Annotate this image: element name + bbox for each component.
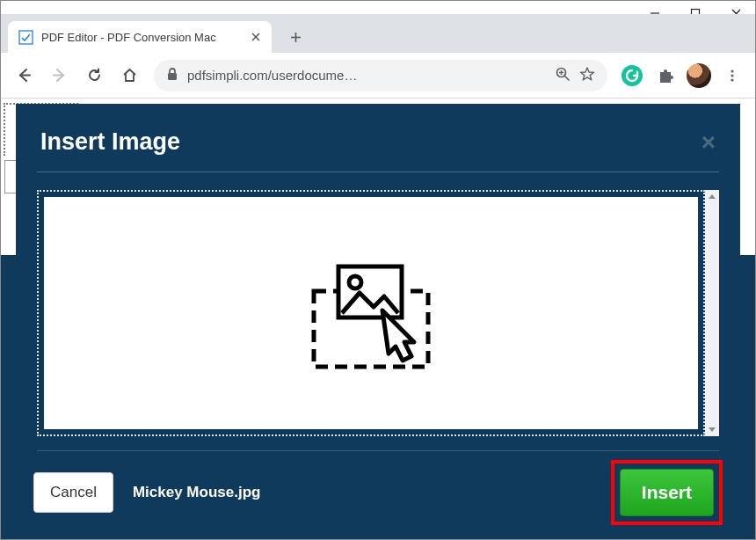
home-button[interactable] bbox=[113, 60, 145, 91]
modal-footer: Cancel Mickey Mouse.jpg Insert bbox=[16, 451, 740, 539]
scroll-thumb[interactable] bbox=[705, 204, 719, 422]
back-button[interactable] bbox=[8, 60, 40, 91]
svg-point-18 bbox=[731, 74, 733, 77]
tab-title: PDF Editor - PDF Conversion Mac bbox=[41, 31, 244, 44]
scroll-up-icon[interactable] bbox=[705, 190, 719, 204]
cancel-button[interactable]: Cancel bbox=[33, 472, 113, 513]
image-dropzone[interactable] bbox=[44, 197, 698, 429]
background-strip-right bbox=[740, 255, 755, 539]
lock-icon bbox=[166, 67, 178, 84]
extensions-puzzle-icon[interactable] bbox=[650, 60, 681, 91]
modal-scrollbar[interactable] bbox=[705, 190, 719, 436]
insert-image-modal: Insert Image × bbox=[16, 104, 740, 539]
tab-favicon-icon bbox=[18, 30, 33, 45]
svg-point-16 bbox=[622, 65, 643, 86]
extension-grammarly-icon[interactable] bbox=[616, 60, 648, 91]
tab-close-icon[interactable] bbox=[249, 30, 263, 44]
new-tab-button[interactable] bbox=[282, 24, 309, 50]
profile-avatar[interactable] bbox=[683, 60, 715, 91]
svg-rect-21 bbox=[338, 266, 402, 317]
browser-tabstrip: PDF Editor - PDF Conversion Mac bbox=[1, 14, 755, 53]
svg-rect-11 bbox=[168, 73, 177, 80]
bookmark-star-icon[interactable] bbox=[579, 66, 595, 84]
svg-rect-4 bbox=[19, 31, 33, 44]
modal-title: Insert Image bbox=[40, 128, 180, 156]
svg-point-19 bbox=[731, 78, 733, 81]
url-text: pdfsimpli.com/userdocume… bbox=[187, 68, 546, 83]
image-placeholder-icon bbox=[305, 256, 437, 370]
modal-close-button[interactable]: × bbox=[701, 130, 716, 155]
address-bar[interactable]: pdfsimpli.com/userdocume… bbox=[154, 60, 607, 91]
selected-filename: Mickey Mouse.jpg bbox=[133, 484, 260, 501]
forward-button bbox=[43, 60, 75, 91]
zoom-icon[interactable] bbox=[555, 66, 571, 84]
insert-button-highlight: Insert bbox=[611, 460, 723, 525]
insert-button[interactable]: Insert bbox=[620, 469, 714, 516]
browser-tab[interactable]: PDF Editor - PDF Conversion Mac bbox=[8, 21, 272, 53]
browser-menu-button[interactable] bbox=[716, 60, 748, 91]
svg-line-13 bbox=[565, 77, 570, 81]
reload-button[interactable] bbox=[78, 60, 110, 91]
page-content: Insert Image × bbox=[1, 99, 755, 539]
background-strip-left bbox=[1, 255, 16, 539]
browser-toolbar: pdfsimpli.com/userdocume… bbox=[1, 53, 755, 99]
svg-point-17 bbox=[731, 69, 733, 72]
scroll-down-icon[interactable] bbox=[705, 422, 719, 436]
modal-divider bbox=[37, 171, 719, 172]
dropzone-container bbox=[37, 190, 705, 436]
